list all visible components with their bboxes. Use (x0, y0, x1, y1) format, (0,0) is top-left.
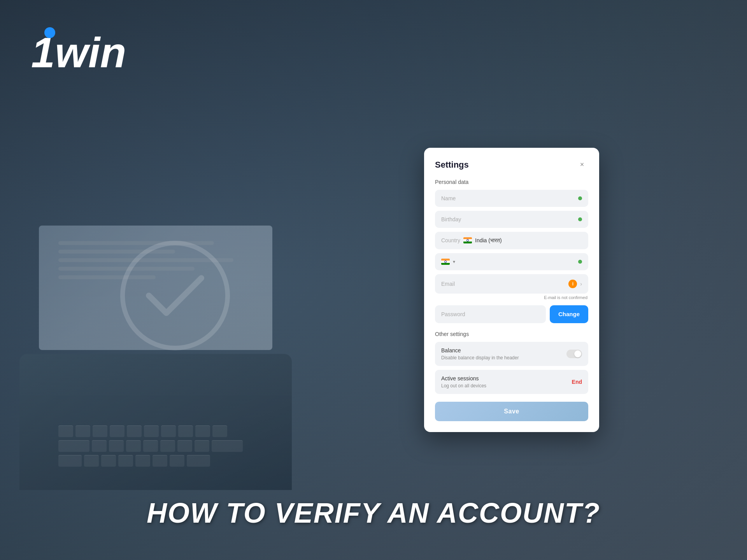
toggle-knob (574, 350, 581, 357)
email-field[interactable]: Email i › (435, 274, 588, 294)
sessions-info: Active sessions Log out on all devices (441, 375, 572, 388)
close-button[interactable]: × (576, 159, 588, 171)
sessions-card: Active sessions Log out on all devices E… (435, 370, 588, 394)
phone-chevron-icon: ▾ (453, 259, 455, 264)
email-warning-text: E-mail is not confirmed (435, 295, 588, 300)
personal-data-label: Personal data (435, 179, 588, 185)
birthday-field[interactable]: Birthday (435, 211, 588, 228)
country-value: India (भारत) (475, 237, 502, 244)
change-password-button[interactable]: Change (550, 305, 588, 323)
end-sessions-button[interactable]: End (572, 379, 582, 385)
india-flag-icon (463, 237, 472, 243)
password-placeholder: Password (441, 311, 465, 317)
phone-field[interactable]: ▾ (435, 253, 588, 270)
email-chevron-icon: › (580, 281, 582, 287)
modal-title: Settings (435, 160, 469, 170)
phone-flag-icon (441, 259, 450, 265)
modal-header: Settings × (435, 159, 588, 171)
balance-toggle[interactable] (566, 350, 582, 358)
settings-modal: Settings × Personal data Name Birthday C… (424, 148, 599, 432)
modal-overlay: Settings × Personal data Name Birthday C… (0, 0, 747, 560)
email-placeholder: Email (441, 281, 455, 287)
name-field[interactable]: Name (435, 190, 588, 207)
phone-status-dot (578, 260, 582, 264)
balance-title: Balance (441, 347, 566, 354)
balance-card: Balance Disable balance display in the h… (435, 342, 588, 366)
birthday-placeholder: Birthday (441, 216, 461, 222)
password-field[interactable]: Password (435, 305, 546, 323)
email-warning-icon: i (568, 280, 577, 288)
sessions-description: Log out on all devices (441, 383, 572, 388)
balance-info: Balance Disable balance display in the h… (441, 347, 566, 360)
balance-description: Disable balance display in the header (441, 355, 566, 360)
save-button[interactable]: Save (435, 402, 588, 421)
country-label: Country (441, 237, 460, 243)
name-placeholder: Name (441, 195, 456, 201)
password-row: Password Change (435, 305, 588, 323)
other-settings-label: Other settings (435, 331, 588, 337)
birthday-status-dot (578, 217, 582, 221)
sessions-title: Active sessions (441, 375, 572, 382)
name-status-dot (578, 196, 582, 200)
country-display-field: Country India (भारत) (435, 232, 588, 249)
